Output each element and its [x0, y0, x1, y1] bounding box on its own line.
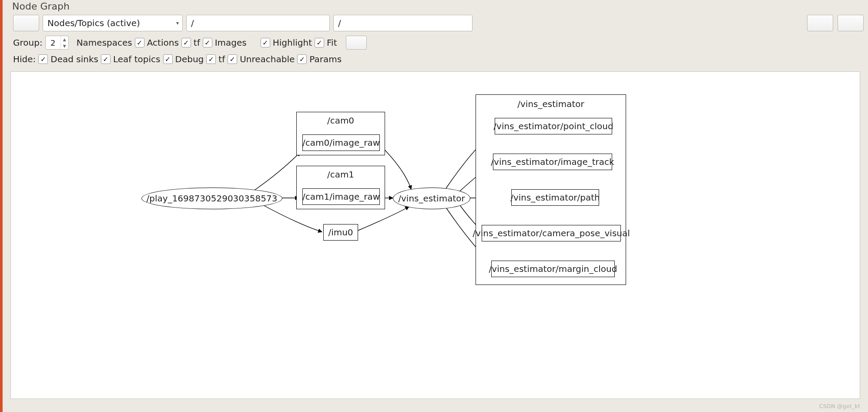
- check-icon: ✓: [163, 54, 173, 64]
- window-title: Node Graph: [9, 0, 73, 12]
- chevron-down-icon: ▾: [176, 20, 179, 26]
- check-icon: ✓: [206, 54, 216, 64]
- check-icon: ✓: [228, 54, 237, 64]
- spinner-arrows[interactable]: ▲▼: [60, 36, 68, 49]
- check-icon: ✓: [135, 38, 144, 47]
- namespace-filter-1-value: /: [191, 18, 194, 28]
- namespace-filter-2-input[interactable]: /: [333, 15, 473, 31]
- checkbox-debug-label: Debug: [175, 54, 204, 64]
- node-cam1-image-raw[interactable]: /cam1/image_raw: [302, 188, 380, 205]
- check-icon: ✓: [315, 38, 324, 47]
- check-icon: ✓: [203, 38, 212, 47]
- node-camera-pose-visual[interactable]: /vins_estimator/camera_pose_visual: [482, 225, 621, 241]
- node-path-label: /vins_estimator/path: [510, 192, 600, 203]
- node-image-track[interactable]: /vins_estimator/image_track: [493, 154, 612, 170]
- checkbox-images-label: Images: [215, 37, 247, 48]
- checkbox-debug[interactable]: ✓: [163, 54, 173, 64]
- checkbox-tf-label: tf: [194, 37, 200, 48]
- node-vins-estimator-label: /vins_estimator: [398, 193, 465, 204]
- checkbox-dead-sinks[interactable]: ✓: [38, 54, 48, 64]
- checkbox-highlight-label: Highlight: [273, 37, 312, 48]
- hide-label: Hide:: [13, 54, 36, 64]
- graph-canvas[interactable]: /play_1698730529030358573 /cam0 /cam0/im…: [10, 71, 860, 399]
- node-point-cloud[interactable]: /vins_estimator/point_cloud: [495, 118, 612, 134]
- node-image-track-label: /vins_estimator/image_track: [491, 157, 614, 167]
- view-mode-dropdown[interactable]: Nodes/Topics (active) ▾: [43, 15, 183, 31]
- graph-edges: [11, 72, 860, 399]
- toolbar-button-right-2[interactable]: [838, 15, 864, 31]
- checkbox-namespaces[interactable]: ✓: [135, 38, 144, 47]
- checkbox-fit[interactable]: ✓: [315, 38, 324, 47]
- check-icon: ✓: [101, 54, 111, 64]
- group-depth-spinner[interactable]: 2 ▲▼: [45, 36, 69, 50]
- checkbox-dead-sinks-label: Dead sinks: [50, 54, 98, 64]
- checkbox-tf[interactable]: ✓: [203, 38, 212, 47]
- node-cam0-image-raw-label: /cam0/image_raw: [302, 137, 380, 148]
- toolbar2-trailing-button[interactable]: [346, 36, 367, 50]
- cluster-vins-estimator-label: /vins_estimator: [476, 99, 626, 109]
- checkbox-unreachable[interactable]: ✓: [228, 54, 237, 64]
- node-margin-cloud[interactable]: /vins_estimator/margin_cloud: [491, 261, 615, 277]
- toolbar-button-left[interactable]: [13, 15, 39, 31]
- view-mode-label: Nodes/Topics (active): [47, 18, 140, 28]
- cluster-cam0-label: /cam0: [296, 115, 385, 126]
- node-cam1-image-raw-label: /cam1/image_raw: [302, 191, 380, 202]
- checkbox-namespaces-label: Namespaces: [77, 37, 132, 48]
- cluster-cam1-label: /cam1: [296, 169, 385, 180]
- checkbox-params-label: Params: [309, 54, 342, 64]
- checkbox-tf-hide[interactable]: ✓: [206, 54, 216, 64]
- toolbar-button-right-1[interactable]: [807, 15, 833, 31]
- node-vins-estimator[interactable]: /vins_estimator: [393, 188, 470, 209]
- node-imu0-label: /imu0: [328, 227, 353, 238]
- check-icon: ✓: [38, 54, 48, 64]
- node-point-cloud-label: /vins_estimator/point_cloud: [493, 121, 613, 131]
- toolbar-right-buttons: [807, 15, 864, 31]
- checkbox-leaf-topics-label: Leaf topics: [113, 54, 161, 64]
- checkbox-params[interactable]: ✓: [297, 54, 307, 64]
- node-cam0-image-raw[interactable]: /cam0/image_raw: [302, 134, 380, 151]
- checkbox-highlight[interactable]: ✓: [261, 38, 270, 47]
- toolbar-row-2: Group: 2 ▲▼ Namespaces ✓ Actions ✓ tf ✓ …: [13, 36, 367, 50]
- node-play[interactable]: /play_1698730529030358573: [141, 188, 282, 209]
- window-root: Node Graph Nodes/Topics (active) ▾ / / G…: [0, 0, 868, 412]
- checkbox-actions-label: Actions: [147, 37, 179, 48]
- namespace-filter-1-input[interactable]: /: [186, 15, 330, 31]
- node-camera-pose-visual-label: /vins_estimator/camera_pose_visual: [473, 228, 630, 238]
- checkbox-leaf-topics[interactable]: ✓: [101, 54, 111, 64]
- checkbox-actions[interactable]: ✓: [181, 38, 191, 47]
- node-imu0[interactable]: /imu0: [323, 224, 358, 241]
- node-margin-cloud-label: /vins_estimator/margin_cloud: [489, 264, 617, 274]
- node-path[interactable]: /vins_estimator/path: [511, 189, 599, 206]
- check-icon: ✓: [261, 38, 270, 47]
- check-icon: ✓: [181, 38, 191, 47]
- checkbox-fit-label: Fit: [327, 37, 337, 48]
- watermark: CSDN @gxt_kt: [819, 403, 860, 409]
- toolbar-row-3: Hide: ✓ Dead sinks ✓ Leaf topics ✓ Debug…: [13, 54, 342, 64]
- graph: /play_1698730529030358573 /cam0 /cam0/im…: [11, 72, 860, 399]
- namespace-filter-2-value: /: [338, 18, 341, 28]
- toolbar-row-1: Nodes/Topics (active) ▾ / /: [13, 15, 864, 31]
- checkbox-tf-hide-label: tf: [218, 54, 225, 64]
- group-label: Group:: [13, 37, 43, 48]
- check-icon: ✓: [297, 54, 307, 64]
- node-play-label: /play_1698730529030358573: [147, 193, 278, 204]
- checkbox-unreachable-label: Unreachable: [240, 54, 295, 64]
- group-depth-value: 2: [46, 36, 60, 49]
